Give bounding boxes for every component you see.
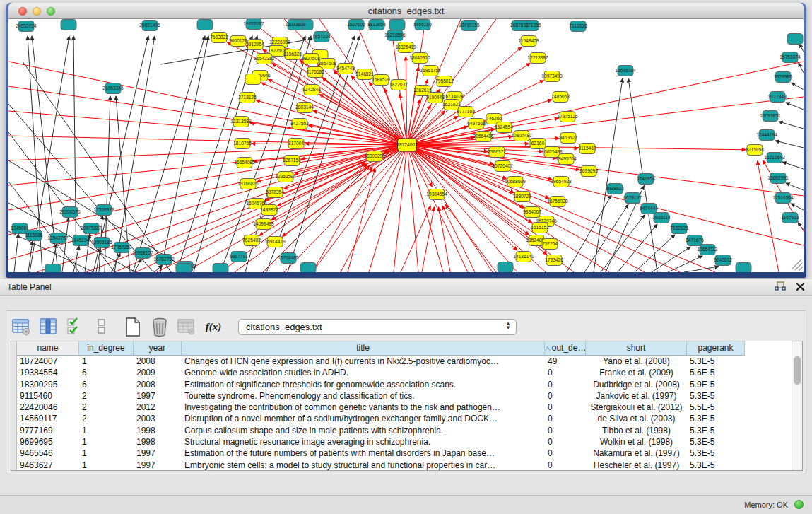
graph-node[interactable]: [736, 263, 751, 273]
graph-node[interactable]: 9529986: [774, 72, 792, 83]
scrollbar-thumb[interactable]: [794, 356, 801, 385]
graph-node[interactable]: 10719155: [459, 21, 480, 31]
graph-node[interactable]: 17957253: [111, 243, 132, 253]
graph-node[interactable]: 9474444: [640, 204, 658, 214]
graph-node[interactable]: 252254: [542, 239, 558, 250]
graph-node[interactable]: 1880729: [513, 192, 531, 202]
graph-node[interactable]: 1810755: [233, 139, 252, 149]
graph-node[interactable]: 8813054: [367, 20, 386, 30]
graph-node[interactable]: [389, 20, 405, 30]
table-row[interactable]: 946554611997Estimation of the future num…: [17, 448, 792, 459]
column-header-short[interactable]: short: [586, 341, 687, 356]
graph-node[interactable]: 24055724: [16, 21, 37, 32]
network-canvas[interactable]: 1872400724055724206914061065328715276028…: [8, 19, 804, 272]
graph-node[interactable]: [45, 264, 61, 273]
graph-node[interactable]: 16543382: [254, 54, 275, 64]
table-row[interactable]: 977716911998Corpus callosum shape and si…: [17, 425, 792, 436]
table-row[interactable]: 1938455462009Genome-wide association stu…: [17, 367, 792, 378]
graph-node[interactable]: 2935114: [652, 213, 671, 223]
graph-node[interactable]: 9242848: [302, 85, 321, 95]
graph-node[interactable]: 18325419: [395, 42, 416, 53]
function-builder-button[interactable]: f(x): [203, 316, 224, 337]
graph-node[interactable]: 9463627: [559, 133, 577, 144]
graph-node[interactable]: 19384554: [426, 189, 447, 200]
graph-node[interactable]: 18300295: [364, 151, 385, 162]
graph-node[interactable]: 10975887: [81, 223, 102, 234]
graph-node[interactable]: 62160: [530, 139, 546, 149]
graph-node[interactable]: 18640910: [409, 53, 430, 64]
graph-node[interactable]: [176, 264, 192, 273]
graph-node[interactable]: 1624554: [495, 122, 513, 133]
graph-node[interactable]: 1493822: [260, 205, 278, 216]
graph-node[interactable]: 1145194: [71, 235, 90, 246]
graph-node[interactable]: 20691406: [139, 21, 160, 31]
table-row[interactable]: 969969511998Structural magnetic resonanc…: [17, 436, 792, 448]
graph-node[interactable]: 7932621: [670, 223, 688, 234]
graph-node[interactable]: 10688609: [505, 177, 526, 187]
graph-node[interactable]: 16654085: [234, 158, 255, 168]
table-row[interactable]: 1872400712008Changes of HCN gene express…: [17, 356, 792, 367]
column-header-in_degree[interactable]: in_degree: [79, 341, 134, 356]
table-body[interactable]: 1872400712008Changes of HCN gene express…: [17, 356, 792, 470]
table-selector-dropdown[interactable]: citations_edges.txt ▲▼: [238, 319, 517, 335]
graph-node[interactable]: 16782753: [153, 255, 175, 265]
graph-node[interactable]: 8938923: [606, 184, 624, 194]
graph-node[interactable]: 19654923: [551, 177, 572, 187]
graph-node[interactable]: [300, 263, 316, 273]
graph-node[interactable]: 2687682: [510, 21, 529, 31]
column-header-pagerank[interactable]: pagerank: [687, 341, 745, 356]
graph-node[interactable]: 10654112: [698, 245, 718, 255]
graph-node[interactable]: 12213987: [527, 53, 548, 64]
table-row[interactable]: 1456911722003Disruption of a novel membe…: [17, 413, 792, 424]
graph-node[interactable]: 15692991: [767, 173, 789, 184]
graph-node[interactable]: 1615152: [531, 223, 549, 233]
graph-node[interactable]: 5912954: [246, 40, 264, 50]
graph-node[interactable]: 10807487: [511, 131, 532, 141]
graph-node[interactable]: 20206576: [59, 207, 81, 218]
network-view-window[interactable]: citations_edges.txt 18724007240557242069…: [6, 3, 806, 278]
graph-node[interactable]: 16914479: [264, 237, 286, 247]
graph-node[interactable]: [61, 20, 76, 30]
table-header-row[interactable]: namein_degreeyeartitle△out_de…shortpager…: [17, 341, 792, 356]
column-header-title[interactable]: title: [182, 341, 545, 356]
graph-node[interactable]: 6497568: [467, 119, 486, 129]
table-row[interactable]: 946362711997Embryonic stem cells: a mode…: [17, 460, 792, 470]
column-header-name[interactable]: name: [17, 341, 79, 356]
graph-node[interactable]: 9245652: [714, 255, 732, 266]
select-rows-button[interactable]: [64, 316, 86, 337]
graph-node[interactable]: 9857791: [230, 252, 248, 262]
graph-node[interactable]: 1115686: [25, 230, 43, 241]
graph-node[interactable]: 7663822: [210, 33, 228, 43]
graph-node[interactable]: 14099489: [253, 219, 274, 230]
graph-node[interactable]: 19166825: [237, 179, 259, 189]
delete-table-button[interactable]: [149, 316, 170, 337]
graph-node[interactable]: 9699695: [579, 166, 598, 177]
graph-node[interactable]: 7625402: [242, 235, 261, 246]
graph-node[interactable]: 1733426: [545, 255, 563, 266]
graph-node[interactable]: [787, 34, 803, 45]
graph-node[interactable]: 9115460: [578, 144, 596, 154]
table-settings-button[interactable]: [11, 316, 32, 337]
graph-node[interactable]: 9660128: [229, 36, 247, 47]
network-graph[interactable]: 1872400724055724206914061065328715276028…: [8, 19, 804, 272]
graph-node[interactable]: 9227349: [768, 92, 787, 103]
graph-node[interactable]: [197, 20, 213, 30]
table-row[interactable]: 2242004622012Investigating the contribut…: [17, 402, 792, 413]
graph-node[interactable]: 12353594: [275, 172, 296, 182]
graph-node[interactable]: 11548408: [519, 36, 539, 47]
graph-node[interactable]: 19495764: [555, 154, 577, 165]
table-row[interactable]: 1830029562008Estimation of significance …: [17, 379, 792, 390]
graph-node[interactable]: 20564486: [473, 132, 494, 142]
graph-node[interactable]: 8466160: [413, 20, 432, 30]
graph-node[interactable]: 1527602: [347, 20, 365, 30]
graph-node[interactable]: 16033809: [285, 20, 306, 30]
graph-node[interactable]: 17359928: [93, 205, 114, 216]
graph-node[interactable]: 12505185: [91, 238, 112, 248]
graph-node[interactable]: 17975125: [557, 112, 578, 122]
graph-node[interactable]: 10958107: [132, 248, 153, 259]
graph-node[interactable]: 9190448: [426, 93, 445, 103]
float-panel-icon[interactable]: [775, 281, 786, 294]
graph-node[interactable]: 15720407: [492, 161, 513, 172]
graph-node[interactable]: 8454749: [336, 64, 355, 74]
graph-hub-node[interactable]: 18724007: [396, 139, 418, 151]
